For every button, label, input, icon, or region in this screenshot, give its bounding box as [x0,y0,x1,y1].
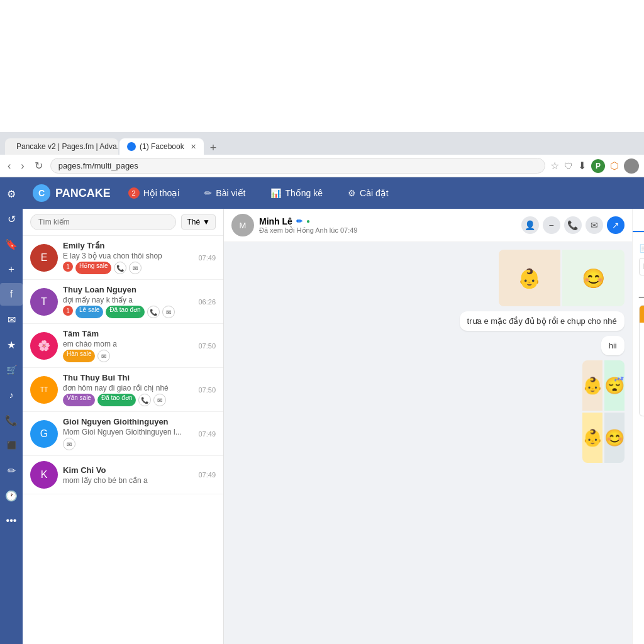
email-icon-tam-tam[interactable]: ✉ [97,350,110,362]
send-btn[interactable]: ↗ [607,216,625,234]
browser-tab-bar: Pancake v2 | Pages.fm | Adva... ✕ (1) Fa… [0,132,644,155]
nav-cai-dat[interactable]: ⚙ Cài đặt [340,184,396,202]
new-tab-button[interactable]: + [205,142,222,155]
extension-icon[interactable]: ⬡ [610,160,619,172]
chat-item-thuy-loan[interactable]: T Thuy Loan Nguyen đợi mấy nay k thấy a … [23,280,223,324]
tab-label-pancake: Pancake v2 | Pages.fm | Adva... [16,142,118,151]
top-nav: C PANCAKE 2 Hội thoại ✏ Bài viết 📊 Thống… [23,177,644,209]
cai-dat-icon: ⚙ [348,188,356,198]
tag2-thu-thuy: Đã tao đơn [97,394,136,406]
right-panel-order-section: — Đơn hàng ✓ 126777 ✏ 📦 Đã gửi hàng [633,282,644,423]
sidebar-more-icon[interactable]: ••• [0,509,23,532]
chat-list: E Emily Trần E lay 3 bộ vua chon thôi sh… [23,236,223,644]
user-avatar-browser[interactable] [624,158,639,174]
chat-item-kim-chi[interactable]: K Kim Chi Vo mom lấy cho bé bn cần a 07:… [23,456,223,494]
email-icon-thuy-loan[interactable]: ✉ [162,306,175,318]
chat-header-actions: 👤 − 📞 ✉ ↗ [521,216,625,234]
chat-item-thu-thuy[interactable]: TT Thu Thuy Bui Thi đơn hôm nay đi giao … [23,368,223,412]
email-icon-gioi[interactable]: ✉ [63,438,75,450]
profile-icon[interactable]: P [591,159,605,173]
sidebar-bookmark-icon[interactable]: 🔖 [0,233,23,255]
filter-label: Thé [187,218,200,226]
message-row-text1: trưa e mặc đầy đủ bộ rồi e chụp cho nhé [231,311,625,331]
back-button[interactable]: ‹ [5,159,13,173]
note-input[interactable] [639,258,644,275]
chat-list-header: Thé ▼ [23,209,223,236]
chat-info-kim-chi: Kim Chi Vo mom lấy cho bé bn cần a [63,465,193,485]
order-card-body: 📦 Đã gửi hàng $ 450.000 đ 🏠 Huyện Quỳnh … [640,323,644,416]
email-icon-thu-thuy[interactable]: ✉ [153,394,166,406]
hoi-thoai-badge: 2 [128,187,140,199]
tag-emily: Hồng sale [75,262,111,274]
email-btn[interactable]: ✉ [586,216,603,234]
bookmark-icon[interactable]: ☆ [550,160,559,172]
nav-bai-viet[interactable]: ✏ Bài viết [197,184,253,202]
chat-preview-thuy-loan: đợi mấy nay k thấy a [63,296,193,304]
chat-item-emily[interactable]: E Emily Trần E lay 3 bộ vua chon thôi sh… [23,236,223,280]
avatar-kim-chi: K [30,461,58,489]
message-bubble-2: hii [601,336,625,355]
chat-name-thuy-loan: Thuy Loan Nguyen [63,285,193,294]
sidebar-app-icon[interactable]: ⬛ [0,434,23,457]
browser-tab-facebook[interactable]: (1) Facebook ✕ [119,138,204,155]
phone-icon-thuy-loan[interactable]: 📞 [147,306,160,318]
chat-header-sub: Đã xem bởi Hồng Anh lúc 07:49 [259,226,516,235]
sidebar-clock-icon[interactable]: 🕐 [0,484,23,507]
sidebar-shop-icon[interactable]: 🛒 [0,358,23,381]
chevron-down-icon: ▼ [203,218,210,226]
sidebar-facebook-icon[interactable]: f [0,283,23,306]
chat-item-tam-tam[interactable]: 🌸 Tâm Tâm em chào mom a Hàn sale ✉ 07:50 [23,324,223,368]
address-input[interactable] [50,158,545,174]
online-icon: ● [306,218,310,225]
tag-thu-thuy: Văn sale [63,394,95,406]
minus-btn[interactable]: − [543,216,560,234]
browser-addressbar: ‹ › ↻ ☆ 🛡 ⬇ P ⬡ [0,155,644,177]
person-icon-btn[interactable]: 👤 [521,216,539,234]
nav-thong-ke[interactable]: 📊 Thống kê [263,184,330,202]
message-bubble-1: trưa e mặc đầy đủ bộ rồi e chụp cho nhé [460,311,625,331]
sidebar-history-icon[interactable]: ↺ [0,208,23,230]
baby-img-4: 😴 [604,360,625,411]
browser-tab-pancake[interactable]: Pancake v2 | Pages.fm | Adva... ✕ [5,138,118,155]
chat-info-tam-tam: Tâm Tâm em chào mom a Hàn sale ✉ [63,329,193,362]
nav-hoi-thoai[interactable]: 2 Hội thoại [121,184,187,203]
chat-meta-emily: 07:49 [198,254,216,262]
avatar-tam-tam: 🌸 [30,332,58,360]
filter-button[interactable]: Thé ▼ [181,214,216,230]
chat-time-tam-tam: 07:50 [198,342,216,350]
body-row: Thé ▼ E Emily Trần E lay 3 bộ vua chon t… [23,209,644,644]
phone-icon-emily[interactable]: 📞 [114,262,126,274]
email-icon-emily[interactable]: ✉ [129,262,142,274]
sidebar-add-icon[interactable]: ＋ [0,258,23,280]
download-icon[interactable]: ⬇ [578,160,586,172]
pancake-logo-icon: C [33,184,50,202]
chat-info-thuy-loan: Thuy Loan Nguyen đợi mấy nay k thấy a 1 … [63,285,193,318]
chat-meta-kim-chi: 07:49 [198,471,216,479]
chat-preview-gioi: Mom Gioi Nguyen Gioithinguyen l... [63,428,193,436]
chat-icons-thuy-loan: 1 Lê sale Đã tao đơn 📞 ✉ [63,306,193,318]
sidebar-star-icon[interactable]: ★ [0,333,23,356]
chat-header-avatar: M [231,214,254,236]
baby-img-5: 👶 [582,413,602,463]
phone-call-btn[interactable]: 📞 [564,216,582,234]
shield-icon: 🛡 [564,161,573,171]
chat-icons-emily: 1 Hồng sale 📞 ✉ [63,262,193,274]
chat-time-thu-thuy: 07:50 [198,386,216,394]
chat-meta-gioi: 07:49 [198,430,216,438]
forward-button[interactable]: › [18,159,26,173]
sidebar-settings-icon[interactable]: ⚙ [0,182,23,205]
order-section-title: — Đơn hàng [639,292,644,301]
avatar-gioi: G [30,420,58,448]
tab-thong-tin[interactable]: Thông tin [633,209,644,232]
refresh-button[interactable]: ↻ [32,158,45,173]
top-nav-logo: C PANCAKE [33,184,111,202]
phone-icon-thu-thuy[interactable]: 📞 [138,394,151,406]
chat-area: M Minh Lê ✏ ● Đã xem bởi Hồng Anh lúc 07… [224,209,632,644]
tab-close-facebook[interactable]: ✕ [191,143,196,151]
sidebar-edit-icon[interactable]: ✏ [0,459,23,482]
search-input[interactable] [30,214,176,230]
chat-item-gioi[interactable]: G Gioi Nguyen Gioithinguyen Mom Gioi Ngu… [23,412,223,456]
sidebar-spotify-icon[interactable]: ♪ [0,384,23,406]
sidebar-message-icon[interactable]: ✉ [0,308,23,331]
sidebar-phone-icon[interactable]: 📞 [0,409,23,431]
